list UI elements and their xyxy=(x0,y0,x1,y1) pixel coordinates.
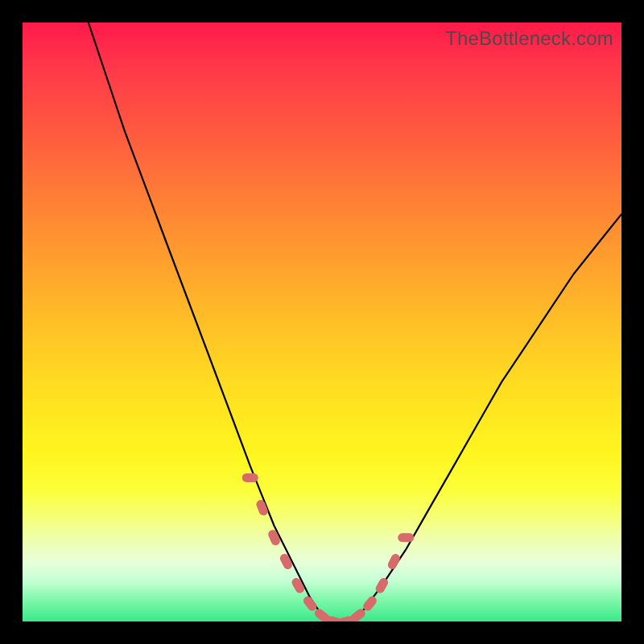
curve-marker xyxy=(319,613,324,617)
curve-marker xyxy=(342,621,349,621)
bottleneck-curve xyxy=(89,23,621,621)
plot-area: TheBottleneck.com xyxy=(23,23,621,621)
curve-marker xyxy=(273,535,276,541)
curve-marker xyxy=(308,601,312,606)
chart-svg xyxy=(23,23,621,621)
curve-marker xyxy=(331,621,338,621)
curve-marker xyxy=(284,559,287,565)
curve-marker xyxy=(261,505,263,511)
chart-frame: TheBottleneck.com xyxy=(0,0,644,644)
curve-marker xyxy=(296,583,300,589)
curve-marker xyxy=(355,613,361,617)
curve-marker xyxy=(380,583,383,589)
curve-marker xyxy=(368,601,373,606)
curve-marker xyxy=(392,559,395,565)
